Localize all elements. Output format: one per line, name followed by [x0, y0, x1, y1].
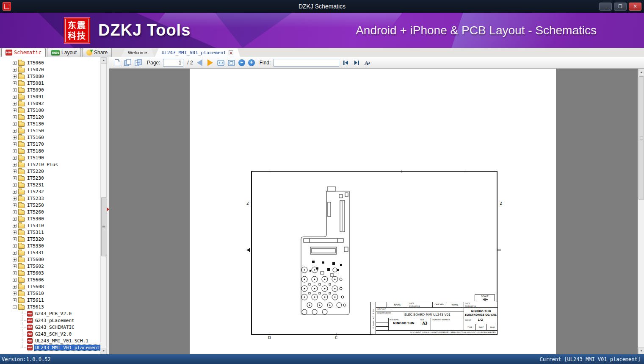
expand-icon[interactable]: +: [13, 264, 17, 268]
tree-file[interactable]: PDFUL243_MMI_V01_placement: [0, 344, 100, 351]
expand-icon[interactable]: +: [13, 292, 17, 295]
tree-folder[interactable]: +IT5611: [0, 297, 100, 303]
tree-folder[interactable]: +IT5150: [0, 127, 100, 134]
expand-icon[interactable]: +: [13, 88, 17, 92]
scroll-down-icon[interactable]: ▼: [638, 347, 644, 354]
tree-folder[interactable]: +IT5081: [0, 80, 100, 86]
expand-icon[interactable]: +: [13, 271, 17, 275]
tab-share[interactable]: Share: [82, 48, 112, 57]
tree-folder[interactable]: +IT5310: [0, 222, 100, 229]
tree-folder[interactable]: +IT5230: [0, 175, 100, 181]
zoom-out-icon[interactable]: −: [238, 59, 245, 66]
expand-icon[interactable]: +: [13, 285, 17, 289]
tree-folder[interactable]: +IT5320: [0, 236, 100, 242]
previous-page-icon[interactable]: [196, 58, 204, 67]
sidebar-scrollbar[interactable]: ▲ ▼: [100, 57, 106, 354]
expand-icon[interactable]: +: [13, 251, 17, 255]
tree-folder[interactable]: +IT5170: [0, 141, 100, 147]
scroll-down-icon[interactable]: ▼: [101, 348, 107, 354]
tree-folder[interactable]: +IT5190: [0, 154, 100, 161]
expand-icon[interactable]: +: [13, 224, 17, 228]
expand-icon[interactable]: +: [13, 95, 17, 99]
tree-folder[interactable]: +IT5610: [0, 290, 100, 297]
expand-icon[interactable]: +: [13, 149, 17, 153]
expand-icon[interactable]: +: [13, 197, 17, 200]
tree-file[interactable]: PDFUL243_MMI_V01.SCH.1: [0, 337, 100, 344]
scroll-up-icon[interactable]: ▲: [101, 57, 107, 64]
expand-icon[interactable]: +: [13, 115, 17, 119]
tree-file[interactable]: PDFG243_SCHEMATIC: [0, 324, 100, 331]
zoom-in-icon[interactable]: +: [248, 59, 255, 66]
tree-folder-expanded[interactable]: -IT5613: [0, 303, 100, 310]
find-next-icon[interactable]: [353, 58, 360, 67]
expand-icon[interactable]: +: [13, 169, 17, 173]
tree-folder[interactable]: +IT5180: [0, 147, 100, 154]
expand-icon[interactable]: +: [13, 244, 17, 248]
tree-folder[interactable]: +IT5100: [0, 107, 100, 114]
tree-folder[interactable]: +IT5311: [0, 229, 100, 236]
tree-folder[interactable]: +IT5220: [0, 168, 100, 175]
minimize-button[interactable]: –: [599, 3, 612, 11]
expand-icon[interactable]: +: [13, 258, 17, 261]
tree-file[interactable]: PDFG243_pLacement: [0, 317, 100, 324]
expand-icon[interactable]: +: [13, 75, 17, 78]
expand-icon[interactable]: +: [13, 163, 17, 167]
expand-icon[interactable]: +: [13, 217, 17, 221]
pane-splitter[interactable]: [106, 57, 109, 354]
page-number-input[interactable]: [163, 59, 183, 67]
tree-folder[interactable]: +IT5600: [0, 256, 100, 263]
tree-folder[interactable]: +IT5060: [0, 59, 100, 66]
scrollbar-thumb[interactable]: [101, 197, 106, 256]
tree-folder[interactable]: +IT5091: [0, 93, 100, 100]
tree-folder[interactable]: +IT5160: [0, 134, 100, 141]
tree-folder[interactable]: +IT5210 Plus: [0, 161, 100, 168]
expand-icon[interactable]: +: [13, 122, 17, 126]
tab-layout[interactable]: PADS Layout: [47, 48, 81, 57]
expand-icon[interactable]: +: [13, 210, 17, 214]
tree-folder[interactable]: +IT5606: [0, 276, 100, 283]
expand-icon[interactable]: +: [13, 68, 17, 72]
collapse-icon[interactable]: -: [13, 305, 17, 309]
expand-icon[interactable]: +: [13, 203, 17, 207]
match-case-icon[interactable]: Aa: [363, 58, 371, 67]
tree-folder[interactable]: +IT5120: [0, 114, 100, 120]
tree-folder[interactable]: +IT5260: [0, 208, 100, 215]
tree-folder[interactable]: +IT5232: [0, 188, 100, 195]
expand-icon[interactable]: +: [13, 278, 17, 282]
tree-folder[interactable]: +IT5602: [0, 263, 100, 270]
next-page-icon[interactable]: [207, 58, 214, 67]
expand-icon[interactable]: +: [13, 142, 17, 146]
doc-tab-active[interactable]: UL243_MMI_V01_placement x: [155, 48, 240, 57]
fit-page-icon[interactable]: [228, 58, 235, 67]
expand-icon[interactable]: +: [13, 176, 17, 180]
expand-icon[interactable]: +: [13, 129, 17, 133]
tree-file[interactable]: PDFG243_SCH_V2.0: [0, 331, 100, 337]
expand-icon[interactable]: +: [13, 231, 17, 234]
close-tab-icon[interactable]: x: [229, 50, 233, 55]
facing-pages-icon[interactable]: [124, 58, 132, 67]
tree-folder[interactable]: +IT5331: [0, 249, 100, 256]
expand-icon[interactable]: +: [13, 156, 17, 160]
viewer-scrollbar[interactable]: ▲ ▼: [638, 69, 644, 354]
tree-folder[interactable]: +IT5330: [0, 242, 100, 249]
expand-icon[interactable]: +: [13, 136, 17, 139]
find-input[interactable]: [274, 59, 339, 67]
tree-folder[interactable]: +IT5603: [0, 270, 100, 276]
tree-folder[interactable]: +IT5608: [0, 283, 100, 290]
tree-folder[interactable]: +IT5231: [0, 181, 100, 188]
maximize-button[interactable]: ❐: [614, 3, 627, 11]
doc-tab-welcome[interactable]: Welcome: [121, 48, 154, 57]
find-previous-icon[interactable]: [342, 58, 350, 67]
tree-folder[interactable]: +IT5092: [0, 100, 100, 107]
expand-icon[interactable]: +: [13, 108, 17, 112]
expand-icon[interactable]: +: [13, 183, 17, 187]
expand-icon[interactable]: +: [13, 190, 17, 194]
multi-page-icon[interactable]: [135, 58, 142, 67]
expand-icon[interactable]: +: [13, 102, 17, 106]
tree-folder[interactable]: +IT5070: [0, 66, 100, 73]
expand-icon[interactable]: +: [13, 237, 17, 241]
fit-width-icon[interactable]: [217, 58, 225, 67]
single-page-icon[interactable]: [113, 58, 121, 67]
tree-folder[interactable]: +IT5250: [0, 202, 100, 208]
tree-folder[interactable]: +IT5080: [0, 73, 100, 80]
